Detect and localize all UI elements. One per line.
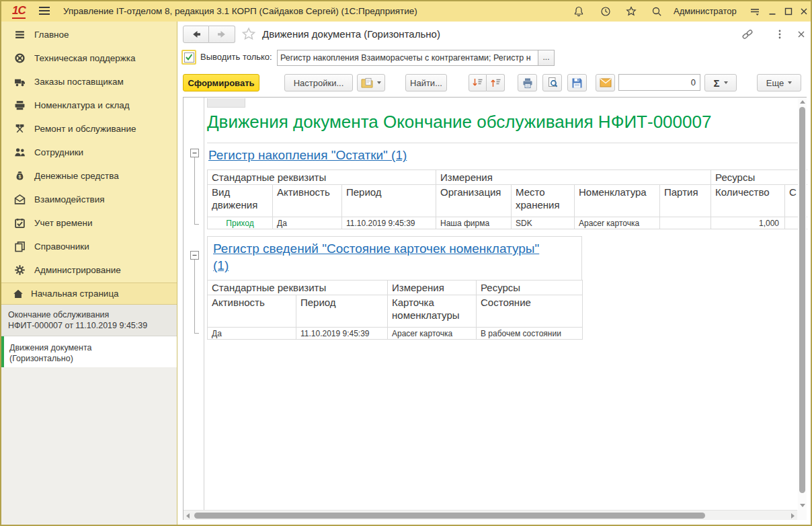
minimize-window-icon[interactable] <box>764 3 781 20</box>
vertical-scrollbar[interactable] <box>798 98 807 510</box>
sidebar-item-support[interactable]: Техническая поддержка <box>1 46 177 70</box>
sort-ascending-icon[interactable] <box>487 74 505 91</box>
group-header-cell: Стандартные реквизиты <box>208 280 388 295</box>
forward-button[interactable] <box>209 26 235 43</box>
column-header-cell: Период <box>342 185 436 217</box>
more-button[interactable]: Еще <box>757 74 801 91</box>
titlebar: 1С Управление IT-отделом 8, редакция 3.1… <box>1 1 811 22</box>
horizontal-scrollbar[interactable] <box>184 510 797 520</box>
add-to-favorites-star-icon[interactable] <box>241 26 257 44</box>
sort-group <box>469 74 505 91</box>
print-icon[interactable] <box>518 74 537 91</box>
vertical-scroll-thumb[interactable] <box>799 107 805 493</box>
scroll-down-icon[interactable] <box>800 504 805 507</box>
search-icon[interactable] <box>648 3 665 20</box>
sidebar-item-label: Денежные средства <box>34 171 119 181</box>
column-header-cell: Период <box>296 295 388 328</box>
close-form-icon[interactable] <box>793 27 809 42</box>
gear-icon <box>13 264 26 276</box>
sidebar-item-label: Главное <box>34 30 69 40</box>
group-bracket <box>194 157 199 225</box>
settings-button[interactable]: Настройки... <box>284 74 353 91</box>
sort-descending-icon[interactable] <box>469 74 487 91</box>
sidebar-item-menu[interactable]: Главное <box>1 23 177 46</box>
window-tab-2[interactable]: Движения документа(Горизонтально) <box>1 336 177 370</box>
group-bracket <box>194 260 199 334</box>
show-only-label: Выводить только: <box>200 50 272 65</box>
data-cell: Наша фирма <box>436 217 512 229</box>
section-link-row: Регистр сведений "Состояние карточек ном… <box>207 236 582 280</box>
main-menu-icon[interactable] <box>39 7 50 17</box>
data-cell: SDK <box>512 217 575 229</box>
send-email-icon[interactable] <box>596 74 615 91</box>
sidebar-items: ГлавноеТехническая поддержкаЗаказы поста… <box>1 23 177 282</box>
report-variants-button[interactable] <box>357 74 385 91</box>
sidebar-item-label: Учет времени <box>34 218 93 228</box>
register-link[interactable]: Регистр накопления "Остатки" (1) <box>208 148 407 163</box>
sidebar-item-people[interactable]: Сотрудники <box>1 141 177 164</box>
grouping-gutter <box>184 98 204 510</box>
register-link[interactable]: Регистр сведений "Состояние карточек ном… <box>213 240 553 274</box>
sidebar-item-label: Сотрудники <box>34 147 83 157</box>
collapse-group-button[interactable] <box>190 149 199 157</box>
horizontal-scroll-thumb[interactable] <box>194 513 705 519</box>
more-menu-dots-icon[interactable] <box>772 27 788 42</box>
sidebar-empty-area <box>1 367 177 526</box>
data-cell: Приход <box>208 217 273 229</box>
sidebar-item-truck[interactable]: Заказы поставщикам <box>1 70 177 93</box>
scroll-right-icon[interactable] <box>791 513 795 519</box>
report-content: Движения документа Окончание обслуживани… <box>205 98 807 510</box>
checkbox-box <box>184 52 194 63</box>
scrollbar-corner <box>797 510 807 520</box>
report-section: Регистр сведений "Состояние карточек ном… <box>207 236 582 340</box>
favorites-star-icon[interactable] <box>622 3 640 20</box>
scroll-up-icon[interactable] <box>800 100 805 104</box>
sigma-label: Σ <box>713 77 719 89</box>
get-link-icon[interactable] <box>739 27 756 42</box>
show-only-checkbox[interactable] <box>181 50 196 65</box>
sidebar-item-label: Администрирование <box>34 265 121 275</box>
service-menu-icon[interactable] <box>746 3 764 20</box>
sidebar-item-label: Техническая поддержка <box>34 53 136 63</box>
sidebar-tabs: Окончание обслуживанияНФИТ-000007 от 11.… <box>1 305 177 370</box>
column-header-cell: Организация <box>436 185 512 217</box>
sidebar-item-books[interactable]: Справочники <box>1 235 177 258</box>
collapse-group-button[interactable] <box>190 251 199 260</box>
find-button[interactable]: Найти... <box>405 74 447 91</box>
scroll-left-icon[interactable] <box>186 513 190 519</box>
variants-caret-icon <box>377 81 381 84</box>
sidebar-item-warehouse[interactable]: Номенклатура и склад <box>1 93 177 117</box>
report-title: Движения документа Окончание обслуживани… <box>207 110 807 134</box>
sidebar-item-gear[interactable]: Администрирование <box>1 258 177 282</box>
register-filter-choose-button[interactable]: ... <box>538 50 555 66</box>
close-window-icon[interactable] <box>795 3 812 20</box>
history-icon[interactable] <box>597 3 614 20</box>
save-icon[interactable] <box>567 74 587 91</box>
report-section: Регистр накопления "Остатки" (1)Стандарт… <box>207 143 801 229</box>
register-filter-input[interactable] <box>277 50 538 66</box>
sum-caret-icon <box>724 81 728 84</box>
warehouse-icon <box>13 100 26 112</box>
money-icon: $ <box>13 170 26 182</box>
sidebar-item-calendar[interactable]: Учет времени <box>1 211 177 235</box>
current-user[interactable]: Администратор <box>674 1 737 22</box>
report-toolbar: Сформировать Настройки... Найти... <box>177 74 812 91</box>
generate-button[interactable]: Сформировать <box>183 74 259 91</box>
column-header-cell: Активность <box>208 295 296 328</box>
notifications-bell-icon[interactable] <box>570 3 587 20</box>
sum-button[interactable]: Σ <box>704 74 737 91</box>
home-page-item[interactable]: Начальная страница <box>1 283 177 305</box>
sidebar-item-mail[interactable]: Взаимодействия <box>1 188 177 211</box>
window-tab-1[interactable]: Окончание обслуживанияНФИТ-000007 от 11.… <box>1 305 177 336</box>
report-spreadsheet: Движения документа Окончание обслуживани… <box>183 97 807 520</box>
register-table: Стандартные реквизитыИзмеренияРесурсыВид… <box>207 170 807 229</box>
autosum-field[interactable] <box>618 74 700 91</box>
back-button[interactable] <box>183 26 209 43</box>
data-cell: Да <box>273 217 342 229</box>
section-link-row: Регистр накопления "Остатки" (1) <box>207 143 801 170</box>
group-header-cell: Измерения <box>436 170 711 185</box>
sidebar-item-flags[interactable]: Ремонт и обслуживание <box>1 117 177 141</box>
print-preview-icon[interactable] <box>542 74 562 91</box>
sidebar-item-money[interactable]: $Денежные средства <box>1 164 177 188</box>
main-area: Движения документа (Горизонтально) Вывод… <box>177 22 812 526</box>
